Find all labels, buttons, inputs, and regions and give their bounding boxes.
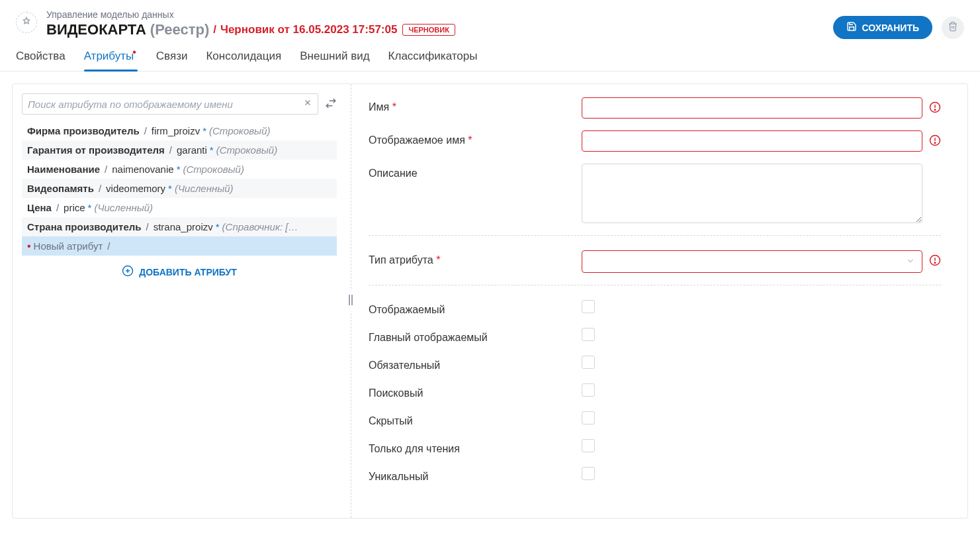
tab-relations[interactable]: Связи [156,50,188,71]
checkbox[interactable] [582,300,595,313]
header-text: Управление моделью данных ВИДЕОКАРТА (Ре… [46,9,824,38]
attribute-type: (Строковый) [209,125,270,136]
tab-consolidation[interactable]: Консолидация [206,50,281,71]
checkbox[interactable] [582,411,595,424]
attribute-name: videomemory [106,183,165,194]
section-divider [369,285,941,285]
attribute-type: (Численный) [94,202,153,213]
checkbox[interactable] [582,383,595,397]
draft-separator: / [213,23,216,36]
required-star: * [216,221,220,232]
page-subtitle: (Реестр) [150,21,209,38]
required-star: * [202,125,206,136]
page-title: ВИДЕОКАРТА [46,21,146,38]
tab-appearance[interactable]: Внешний вид [300,50,369,71]
required-star: * [88,202,92,213]
title-row: ВИДЕОКАРТА (Реестр) / Черновик от 16.05.… [46,21,824,38]
attribute-type: (Строковый) [216,144,277,156]
separator: / [167,144,174,156]
delete-button[interactable] [942,17,964,39]
display-name-label: Отображаемое имя * [369,130,574,146]
display-name-input[interactable] [582,130,922,152]
attribute-display-name: Фирма производитель [27,125,140,136]
error-icon [929,250,941,268]
main: Фирма производитель/firm_proizv * (Строк… [0,72,980,530]
attribute-row[interactable]: Фирма производитель/firm_proizv * (Строк… [22,121,337,140]
draft-badge: ЧЕРНОВИК [402,24,455,36]
tab-attributes[interactable]: Атрибуты• [84,50,138,71]
save-button[interactable]: СОХРАНИТЬ [833,16,932,39]
attribute-row[interactable]: Цена/price * (Численный) [22,198,337,217]
tab-label: Внешний вид [300,50,369,62]
grip-icon [348,291,353,311]
attribute-name: naimenovanie [112,164,173,175]
attribute-row[interactable]: • Новый атрибут/ [22,236,337,256]
splitter-handle[interactable] [346,83,355,519]
required-star: * [210,144,214,156]
checkbox-label: Обязательный [369,356,574,372]
checkbox-label: Уникальный [369,467,574,483]
transfer-icon[interactable] [325,97,337,111]
attribute-row[interactable]: Наименование/naimenovanie * (Строковый) [22,160,337,179]
attribute-name: firm_proizv [152,125,200,136]
checkbox[interactable] [582,356,595,369]
search-input-wrap [22,93,318,115]
search-input[interactable] [28,99,303,110]
attribute-row[interactable]: Страна производитель/strana_proizv * (Сп… [22,217,337,236]
svg-point-14 [934,142,936,144]
attribute-display-name: Гарантия от производителя [27,144,165,156]
right-panel: Имя * Отображаемое имя * [355,83,968,519]
attribute-name: price [64,202,85,213]
section-divider [369,235,941,236]
add-attribute-button[interactable]: ДОБАВИТЬ АТРИБУТ [22,256,337,288]
clear-icon[interactable] [303,98,312,110]
tab-label: Консолидация [206,50,281,62]
name-input[interactable] [582,97,922,119]
attribute-row[interactable]: Видеопамять/videomemory * (Численный) [22,179,337,198]
required-star: * [168,183,172,194]
type-label: Тип атрибута * [369,250,574,266]
changed-dot: • [27,243,31,250]
save-icon [846,21,857,34]
tab-label: Связи [156,50,188,62]
description-input[interactable] [582,164,922,223]
svg-point-17 [934,262,936,264]
save-label: СОХРАНИТЬ [862,23,919,33]
attribute-type: (Строковый) [183,164,244,175]
attribute-display-name: Страна производитель [27,221,142,232]
attribute-display-name: Видеопамять [27,183,94,194]
separator: / [142,125,149,136]
attribute-name: garanti [177,144,207,156]
left-panel: Фирма производитель/firm_proizv * (Строк… [12,83,346,519]
name-label: Имя * [369,97,574,113]
chevron-down-icon [906,256,915,268]
description-label: Описание [369,164,574,179]
separator: / [144,221,151,232]
tab-classifiers[interactable]: Классификаторы [388,50,478,71]
attribute-row[interactable]: Гарантия от производителя/garanti * (Стр… [22,140,337,160]
add-attribute-label: ДОБАВИТЬ АТРИБУТ [139,267,237,277]
attribute-type: (Справочник: [… [222,221,298,232]
attribute-type: (Численный) [175,183,234,194]
checkbox-label: Поисковый [369,383,574,399]
error-icon [929,130,941,148]
checkbox-label: Только для чтения [369,439,574,455]
attribute-list: Фирма производитель/firm_proizv * (Строк… [22,121,337,256]
error-icon [929,97,941,115]
checkbox[interactable] [582,467,595,480]
plus-circle-icon [122,265,134,279]
tab-label: Свойства [16,50,66,62]
checkbox-label: Главный отображаемый [369,328,574,344]
trash-icon [948,21,958,34]
header-actions: СОХРАНИТЬ [833,16,964,39]
separator: / [103,164,109,175]
tab-properties[interactable]: Свойства [16,50,66,71]
attribute-display-name: Цена [27,202,52,213]
checkbox[interactable] [582,328,595,341]
header: Управление моделью данных ВИДЕОКАРТА (Ре… [0,0,980,39]
separator: / [97,183,103,194]
attribute-display-name: Наименование [27,164,100,175]
checkbox[interactable] [582,439,595,452]
type-select[interactable] [582,250,922,273]
attribute-name: strana_proizv [154,221,213,232]
